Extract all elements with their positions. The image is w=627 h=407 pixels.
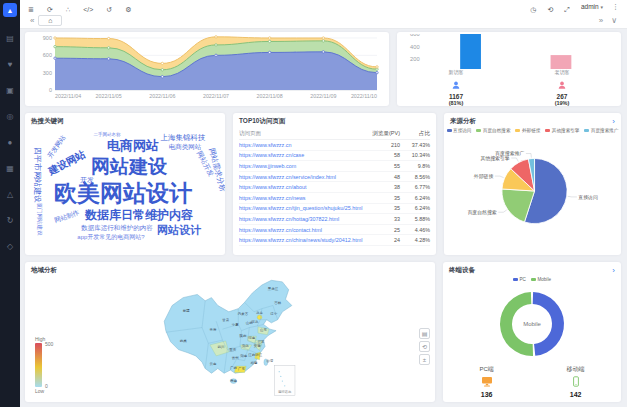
cloud-word[interactable]: 开发: [80, 175, 94, 185]
sidebar-item-settings[interactable]: ◇: [6, 233, 14, 259]
more-link[interactable]: ›: [612, 119, 615, 125]
dashboard-content: 03006009002022/11/042022/11/052022/11/06…: [20, 29, 627, 407]
cloud-word[interactable]: 网站制作: [53, 208, 81, 225]
svg-text:0: 0: [49, 87, 52, 93]
legend-item-百度搜索推广[interactable]: 百度搜索推广: [584, 128, 618, 133]
table-row: https://www.sfwzzz.cn/tjin_question/shuj…: [239, 204, 430, 215]
legend-item-百度自然搜索[interactable]: 百度自然搜索: [476, 128, 510, 133]
share-icon[interactable]: ∴: [66, 6, 70, 13]
heat-gradient-bar[interactable]: 500 0: [35, 343, 42, 387]
sidebar: ▲ ▤♥▣◎●▦△↻◇: [0, 0, 20, 407]
pv-value: 55: [366, 163, 400, 169]
page-link[interactable]: https://www.sfwzzz.cn/contact.html: [239, 227, 366, 233]
tabs-collapse-left[interactable]: «: [30, 16, 34, 25]
top-toolbar: ≣⟳∴</>↺⚙ ◷⟲⤢ admin ▾ ⋮: [20, 0, 627, 13]
cloud-word[interactable]: app开发常见的电商网站?: [77, 233, 144, 242]
heat-max: 500: [45, 341, 53, 347]
legend-swatch: [545, 129, 550, 133]
sync-icon[interactable]: ⟲: [547, 6, 553, 13]
cloud-word[interactable]: 数据库运行和维护的内容: [81, 223, 153, 232]
tabs-scroll-right[interactable]: »: [599, 16, 603, 25]
page-link[interactable]: https://www.sfwzzz.cn/case: [239, 152, 366, 158]
sidebar-item-history[interactable]: ↻: [6, 207, 14, 233]
pct-value: 6.77%: [400, 184, 430, 190]
stat-label: 老访客: [555, 69, 570, 75]
legend-item-其他搜索引擎[interactable]: 其他搜索引擎: [545, 128, 579, 133]
page-link[interactable]: https://www.sfwzzz.cn/china/news/study/2…: [239, 237, 366, 243]
fullscreen-icon[interactable]: ⤢: [564, 6, 570, 13]
pct-value: 37.43%: [400, 142, 430, 148]
cloud-word[interactable]: 数据库日常维护内容: [85, 206, 193, 223]
legend-swatch: [447, 129, 452, 133]
tab-home[interactable]: ⌂: [38, 15, 62, 26]
panel-title: 热搜关键词: [31, 117, 64, 126]
sidebar-item-dashboard[interactable]: ▤: [6, 25, 14, 51]
map-reset-button[interactable]: ⟲: [419, 341, 430, 352]
cloud-word[interactable]: 电商类网站: [169, 143, 202, 152]
settings-icon[interactable]: ⚙: [125, 6, 131, 13]
pct-value: 6.24%: [400, 205, 430, 211]
page-link[interactable]: https://www.sfwzzz.cn/news: [239, 195, 366, 201]
page-link[interactable]: https://www.sfwzzz.cn/about: [239, 184, 366, 190]
province-label: 山东: [260, 328, 267, 332]
legend-label: 其他搜索引擎: [552, 128, 580, 133]
province-label: 湖南: [240, 354, 247, 358]
user-name: admin: [581, 3, 599, 10]
panel-source-analysis: 来源分析 › 直接访问百度自然搜索外部链接其他搜索引擎百度搜索推广 直接访问百度…: [444, 113, 621, 255]
legend-item-直接访问[interactable]: 直接访问: [447, 128, 472, 133]
china-map[interactable]: 南海诸岛 新疆西藏青海甘肃内蒙古黑龙江吉林辽宁北京河北山西山东陕西宁夏河南江苏安…: [123, 274, 363, 400]
province-label: 西藏: [180, 339, 187, 343]
undo-icon[interactable]: ↺: [106, 6, 112, 13]
more-link[interactable]: ›: [612, 268, 615, 274]
code-icon[interactable]: </>: [83, 6, 93, 13]
pct-value: 5.88%: [400, 216, 430, 222]
cloud-word[interactable]: 欧美网站设计: [54, 178, 192, 209]
app-logo[interactable]: ▲: [3, 3, 17, 17]
cloud-word[interactable]: 厦门网站建设: [36, 203, 43, 236]
person-icon: [557, 81, 567, 89]
page-link[interactable]: https://www.sfwzzz.cn/tjin_question/shuj…: [239, 205, 366, 211]
svg-text:400: 400: [410, 44, 420, 50]
pct-value: 8.56%: [400, 174, 430, 180]
page-link[interactable]: https://www.jjinweb.com: [239, 163, 366, 169]
province-label: 重庆: [229, 347, 236, 352]
svg-text:200: 200: [410, 56, 420, 62]
map-zoom-button[interactable]: ±: [419, 354, 430, 365]
cloud-word[interactable]: 上海集锦科技: [161, 133, 206, 143]
sidebar-item-reports[interactable]: ▣: [6, 77, 14, 103]
svg-text:2022/11/05: 2022/11/05: [96, 93, 122, 99]
province-label: 辽宁: [270, 312, 277, 316]
sidebar-item-record[interactable]: ●: [6, 129, 14, 155]
stat-percent: (19%): [555, 100, 570, 107]
map-layers-button[interactable]: ▤: [419, 328, 430, 339]
tabs-dropdown[interactable]: ∨: [611, 16, 617, 25]
sidebar-item-alerts[interactable]: △: [6, 181, 14, 207]
user-menu[interactable]: admin ▾: [581, 3, 603, 10]
legend-item-Mobile[interactable]: Mobile: [531, 277, 551, 282]
legend-label: PC: [520, 277, 526, 282]
cloud-word[interactable]: 网站建设: [91, 154, 167, 180]
cloud-word[interactable]: 网站设计: [157, 223, 201, 238]
south-sea-inset: 南海诸岛: [275, 365, 295, 395]
device-stat-移动端: 移动端142: [567, 365, 585, 399]
province-label: 甘肃: [221, 318, 229, 322]
cloud-word[interactable]: 二手网站名称: [94, 132, 121, 137]
sidebar-item-monitor[interactable]: ◎: [6, 103, 14, 129]
page-link[interactable]: https://www.sfwzzz.cn: [239, 142, 366, 148]
refresh-icon[interactable]: ⟳: [47, 6, 53, 13]
panel-visitors: 0200400600新访客老访客 新访客1167(81%)老访客267(19%): [397, 32, 621, 106]
sidebar-item-apps[interactable]: ▦: [6, 155, 14, 181]
svg-text:百度搜索推广: 百度搜索推广: [495, 150, 524, 157]
cloud-word[interactable]: 电商网站: [107, 137, 159, 155]
province-label: 内蒙古: [238, 312, 249, 316]
legend-item-外部链接[interactable]: 外部链接: [515, 128, 540, 133]
panel-region-analysis: 地域分析 High 500 0 Low: [25, 262, 435, 402]
page-link[interactable]: https://www.sfwzzz.cn/hottag/307822.html: [239, 216, 366, 222]
kebab-menu-icon[interactable]: ⋮: [612, 3, 619, 11]
svg-text:900: 900: [43, 35, 52, 41]
page-link[interactable]: https://www.sfwzzz.cn/service/index.html: [239, 174, 366, 180]
cloud-word[interactable]: 四平市网站建设: [32, 147, 43, 203]
sidebar-item-favorites[interactable]: ♥: [6, 51, 14, 77]
history-clock-icon[interactable]: ◷: [530, 6, 536, 13]
legend-item-PC[interactable]: PC: [513, 277, 526, 282]
